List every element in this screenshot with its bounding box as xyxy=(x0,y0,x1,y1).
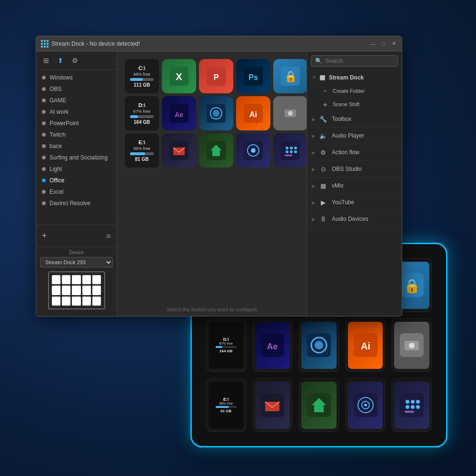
create-folder-item[interactable]: + Create Folder xyxy=(307,84,402,98)
panel-item-audiodevices[interactable]: ▶ 🎚 Audio Devices xyxy=(307,211,402,228)
panel-item-actionflow[interactable]: ▶ ⚙ Action flow xyxy=(307,144,402,161)
svg-point-32 xyxy=(294,150,297,153)
maximize-button[interactable]: □ xyxy=(380,40,387,47)
profile-surfing[interactable]: Surfing and Socializing xyxy=(36,152,117,163)
svg-point-61 xyxy=(406,400,409,404)
sidebar-icon-settings[interactable]: ⚙ xyxy=(69,55,80,66)
svg-point-31 xyxy=(290,150,293,153)
svg-point-62 xyxy=(411,400,415,404)
grid-cell xyxy=(52,286,60,295)
phys-ae-icon: Ae xyxy=(255,322,290,369)
phys-mail[interactable] xyxy=(253,378,293,432)
svg-point-51 xyxy=(409,343,415,348)
profile-dot xyxy=(42,99,46,102)
grid-cell xyxy=(52,297,60,306)
music-icon: ♫ xyxy=(236,133,270,168)
phys-cinema4d[interactable] xyxy=(299,318,339,372)
storage-c-button[interactable]: C:\ 46% free 111 GB xyxy=(125,59,159,93)
sidebar-icon-profiles[interactable]: ⊞ xyxy=(41,55,51,66)
panel-item-youtube[interactable]: ▶ ▶ YouTube xyxy=(307,194,402,211)
excel-button[interactable]: X xyxy=(162,59,196,93)
cinema4d-button[interactable] xyxy=(199,96,233,130)
profile-light[interactable]: Light xyxy=(36,163,117,175)
panel-section-streamdock[interactable]: ▼ ▦ Stream Dock xyxy=(307,70,402,84)
phys-dots-icon xyxy=(394,382,429,429)
svg-point-46 xyxy=(315,341,323,349)
profile-bace[interactable]: bace xyxy=(36,140,117,152)
panel-item-toolbox[interactable]: ▶ 🔧 Toolbox xyxy=(307,111,402,128)
scene-shift-item[interactable]: ◈ Scene Shift xyxy=(307,98,402,111)
profile-dot xyxy=(42,178,46,182)
profile-office[interactable]: Office xyxy=(36,175,117,186)
minimize-button[interactable]: — xyxy=(369,40,376,47)
svg-point-66 xyxy=(416,405,420,409)
app-icon xyxy=(41,40,49,48)
svg-point-17 xyxy=(288,111,293,116)
phys-storage-d[interactable]: D:\ 67% free 164 GB xyxy=(206,318,246,372)
mail-button[interactable] xyxy=(162,133,196,168)
panel-item-vmix[interactable]: ▶ ▦ vMix xyxy=(307,178,402,194)
profile-excel[interactable]: Excel xyxy=(36,186,117,198)
svg-point-12 xyxy=(213,110,219,117)
illustrator-button[interactable]: Ai xyxy=(236,96,270,130)
profile-windows[interactable]: Windows xyxy=(36,72,117,83)
audioplayer-label: Audio Player xyxy=(332,132,397,139)
phys-storage-e[interactable]: E:\ 36% free 81 GB xyxy=(206,378,246,432)
sidebar-bottom: + ⊞ xyxy=(36,225,117,247)
chevron-down-icon: ▼ xyxy=(312,75,317,80)
profile-powerpoint[interactable]: PowerPoint xyxy=(36,118,117,129)
search-input[interactable] xyxy=(325,58,394,64)
profile-game[interactable]: GAME xyxy=(36,95,117,106)
profile-list: Windows OBS GAME At work PowerPoint xyxy=(36,70,117,225)
phys-photo[interactable] xyxy=(392,318,432,372)
profile-davinci[interactable]: Davinci Resolve xyxy=(36,198,117,209)
grid-cell xyxy=(82,297,91,306)
powerpoint-button[interactable]: P xyxy=(199,59,233,93)
svg-text:Ai: Ai xyxy=(249,110,257,119)
lock-button[interactable]: 🔒 xyxy=(273,59,307,93)
phys-ae[interactable]: Ae xyxy=(253,318,293,372)
storage-bar-d xyxy=(130,115,154,118)
profile-twitch[interactable]: Twitch xyxy=(36,129,117,140)
device-select[interactable]: Stream Dock 293 xyxy=(40,257,113,268)
lock-icon: 🔒 xyxy=(273,59,307,93)
svg-point-29 xyxy=(294,147,297,149)
profile-obs[interactable]: OBS xyxy=(36,83,117,95)
add-profile-button[interactable]: + ⊞ xyxy=(40,229,113,243)
storage-e-button[interactable]: E:\ 36% free 81 GB xyxy=(125,133,159,168)
svg-point-64 xyxy=(406,405,409,409)
create-folder-icon: + xyxy=(321,87,329,95)
phys-home[interactable] xyxy=(299,378,339,432)
photo-button[interactable] xyxy=(273,96,307,130)
profile-atwork[interactable]: At work xyxy=(36,106,117,118)
sidebar-icon-active[interactable]: ⬆ xyxy=(55,55,66,66)
bottom-select-text: Select the button you want to configure xyxy=(117,303,307,316)
sidebar-top-icons: ⊞ ⬆ ⚙ xyxy=(36,51,117,70)
phys-dots[interactable] xyxy=(392,378,432,432)
svg-text:♫: ♫ xyxy=(251,148,255,153)
device-label: Device xyxy=(40,250,113,255)
phys-cinema4d-icon xyxy=(301,322,336,369)
home-button[interactable] xyxy=(199,133,233,168)
phys-illustrator[interactable]: Ai xyxy=(346,318,386,372)
storage-bar-e xyxy=(130,152,154,155)
grid-cell xyxy=(62,286,70,295)
aftereffects-button[interactable]: Ae xyxy=(162,96,196,130)
phys-music-icon xyxy=(348,382,383,429)
storage-d-button[interactable]: D:\ 67% free 164 GB xyxy=(125,96,159,130)
dots-button[interactable] xyxy=(273,133,307,168)
photoshop-button[interactable]: Ps xyxy=(236,59,270,93)
panel-item-audioplayer[interactable]: ▶ 🔈 Audio Player xyxy=(307,128,402,144)
grid-cell xyxy=(72,286,80,295)
svg-text:X: X xyxy=(176,71,182,82)
close-button[interactable]: ✕ xyxy=(390,40,397,47)
music-button[interactable]: ♫ xyxy=(236,133,270,168)
phys-illustrator-icon: Ai xyxy=(348,322,383,369)
phys-storage-d-inner: D:\ 67% free 164 GB xyxy=(208,322,243,369)
grid-cell xyxy=(52,275,60,284)
left-sidebar: ⊞ ⬆ ⚙ Windows OBS GAME xyxy=(36,51,117,316)
phys-music[interactable] xyxy=(346,378,386,432)
photo-icon xyxy=(273,96,307,130)
panel-item-obs[interactable]: ▶ ⊙ OBS Studio xyxy=(307,161,402,178)
youtube-label: YouTube xyxy=(332,199,397,206)
